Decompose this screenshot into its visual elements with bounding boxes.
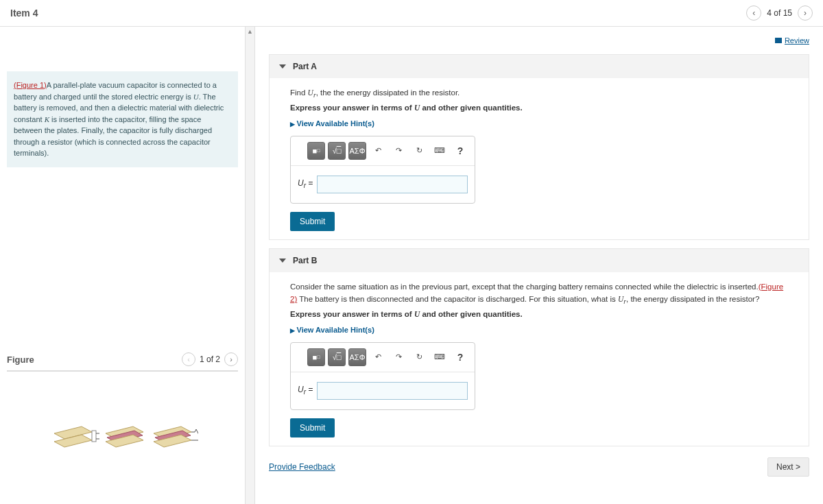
redo-button[interactable]: ↷	[390, 142, 407, 160]
svg-rect-2	[92, 431, 96, 442]
part-b-header[interactable]: Part B	[270, 249, 809, 272]
figure-heading: Figure	[7, 355, 34, 365]
figure-position: 1 of 2	[200, 355, 220, 364]
scroll-up-icon: ▲	[246, 27, 254, 36]
next-item-button[interactable]: ›	[798, 5, 813, 21]
reset-button[interactable]: ↻	[410, 348, 428, 366]
review-link[interactable]: Review	[775, 36, 809, 45]
part-b-prompt: Consider the same situation as in the pr…	[290, 280, 788, 307]
caret-down-icon	[279, 259, 286, 263]
part-a-prompt: Find Ur, the the energy dissipated in th…	[290, 86, 788, 101]
figure-1-link[interactable]: (Figure 1)	[14, 81, 47, 89]
part-a-header[interactable]: Part A	[270, 55, 809, 78]
part-b-answer-input[interactable]	[317, 382, 468, 400]
part-b-answer-box: ■□ √□ ΑΣΦ ↶ ↷ ↻ ⌨ ? Ur =	[290, 342, 475, 410]
caret-down-icon	[279, 64, 286, 69]
help-button[interactable]: ?	[451, 348, 469, 366]
sqrt-button[interactable]: √□	[328, 142, 346, 160]
sqrt-button[interactable]: √□	[328, 348, 346, 366]
template-button[interactable]: ■□	[307, 142, 325, 160]
answer-label: Ur =	[298, 178, 313, 189]
answer-label: Ur =	[298, 385, 313, 396]
figure-image	[7, 372, 238, 502]
provide-feedback-link[interactable]: Provide Feedback	[269, 462, 335, 472]
part-a-answer-input[interactable]	[317, 176, 468, 193]
template-button[interactable]: ■□	[307, 348, 325, 366]
undo-button[interactable]: ↶	[369, 348, 387, 366]
greek-button[interactable]: ΑΣΦ	[348, 348, 366, 366]
prev-item-button[interactable]: ‹	[746, 5, 761, 21]
part-a-submit-button[interactable]: Submit	[290, 212, 335, 231]
part-a-answer-box: ■□ √□ ΑΣΦ ↶ ↷ ↻ ⌨ ? Ur =	[290, 136, 475, 204]
undo-button[interactable]: ↶	[369, 142, 387, 160]
help-button[interactable]: ?	[451, 142, 469, 160]
problem-statement: (Figure 1)A parallel-plate vacuum capaci…	[7, 71, 238, 167]
page-title: Item 4	[10, 8, 38, 19]
part-b-hints-toggle[interactable]: View Available Hint(s)	[290, 326, 374, 334]
part-b-submit-button[interactable]: Submit	[290, 418, 335, 437]
figure-next-button[interactable]: ›	[224, 352, 238, 366]
reset-button[interactable]: ↻	[410, 142, 428, 160]
part-b-instructions: Express your answer in terms of U and ot…	[290, 310, 788, 318]
figure-prev-button[interactable]: ‹	[182, 352, 195, 366]
left-scrollbar[interactable]: ▲	[246, 27, 255, 504]
item-position: 4 of 15	[767, 8, 792, 18]
review-icon	[775, 38, 782, 43]
keyboard-button[interactable]: ⌨	[431, 348, 449, 366]
part-a-instructions: Express your answer in terms of U and ot…	[290, 104, 788, 112]
part-a-hints-toggle[interactable]: View Available Hint(s)	[290, 119, 374, 128]
next-button[interactable]: Next >	[767, 457, 809, 477]
greek-button[interactable]: ΑΣΦ	[348, 142, 366, 160]
keyboard-button[interactable]: ⌨	[431, 142, 449, 160]
redo-button[interactable]: ↷	[390, 348, 407, 366]
